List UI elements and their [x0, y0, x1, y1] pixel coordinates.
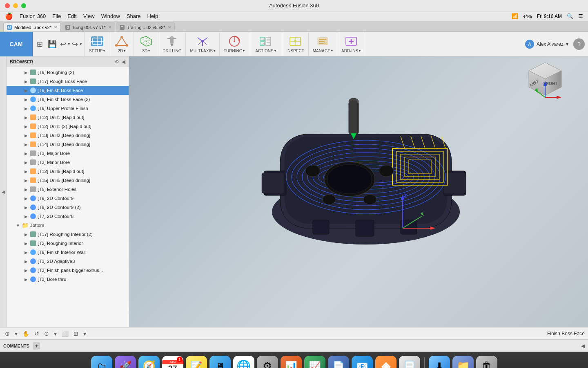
save-icon[interactable]: 💾 [48, 40, 57, 49]
dock-launchpad[interactable]: 🚀 [115, 356, 136, 368]
menu-edit[interactable]: Edit [67, 13, 76, 19]
bt-grid-dropdown-icon[interactable]: ▾ [82, 330, 88, 338]
tree-item-drill2[interactable]: ▶ [T13] Drill2 [Deep drilling] [7, 131, 129, 140]
bt-pan-icon[interactable]: ✋ [21, 330, 31, 338]
bt-cursor-icon[interactable]: ⊕ [3, 330, 11, 338]
redo-button[interactable]: ↪ [72, 40, 78, 49]
tree-item-drill1-2[interactable]: ▶ [T12] Drill1 (2) [Rapid out] [7, 122, 129, 131]
tree-item-roughint2[interactable]: ▶ [T17] Roughing Interior (2) [7, 230, 129, 239]
dock-trash[interactable]: 🗑 [476, 356, 497, 368]
control-icon[interactable]: ☰ [578, 13, 583, 19]
dock-safari[interactable]: 🧭 [138, 356, 160, 368]
menu-file[interactable]: File [52, 13, 61, 19]
orientation-cube[interactable]: FRONT LEFT Z [523, 61, 568, 107]
dock-finder[interactable]: 🗂 [91, 356, 112, 368]
cam-button[interactable]: CAM [0, 32, 33, 56]
bt-orbit-icon[interactable]: ↺ [33, 330, 41, 338]
comments-expand-icon[interactable]: ◀ [581, 343, 585, 349]
dock-outlook[interactable]: 📧 [352, 356, 373, 368]
dock-systemprefs[interactable]: ⚙ [257, 356, 278, 368]
tab-close-2[interactable]: ✕ [168, 25, 171, 29]
tree-item-drill1[interactable]: ▶ [T12] Drill1 [Rapid out] [7, 113, 129, 122]
tree-item-finishboss-selected[interactable]: ▶ [T9] Finish Boss Face [7, 86, 129, 95]
tree-item-roughboss[interactable]: ▶ [T17] Rough Boss Face [7, 77, 129, 86]
toolbar-drilling[interactable]: DRILLING [158, 32, 186, 56]
toolbar-2d[interactable]: 2D ▾ [109, 32, 134, 56]
tree-item-roughint[interactable]: ▶ [T2] Roughing Interior [7, 239, 129, 248]
menu-window[interactable]: Window [101, 13, 120, 19]
tree-item-bottom-group[interactable]: ▼ 📁 Bottom [7, 221, 129, 230]
browser-header: BROWSER ⚙ ◀ [7, 56, 129, 67]
toolbar-addins[interactable]: ADD-INS ▾ [337, 32, 365, 56]
toolbar: CAM ⊞ 💾 ↩ ▾ ↪ ▾ SETUP ▾ [0, 32, 588, 56]
toolbar-3d[interactable]: 3D ▾ [134, 32, 158, 56]
dock-calendar[interactable]: JAN 27 1 [162, 356, 183, 368]
bt-view-icon[interactable]: ⬜ [60, 330, 70, 338]
tree-item-finishpass[interactable]: ▶ [T3] Finish pass bigger extrus... [7, 266, 129, 275]
tree-item-contour9-2[interactable]: ▶ [T9] 2D Contour9 (2) [7, 203, 129, 212]
tree-item-finishboss2[interactable]: ▶ [T9] Finish Boss Face (2) [7, 95, 129, 104]
svg-rect-37 [443, 173, 466, 193]
toolbar-multiaxis[interactable]: MULTI-AXIS ▾ [186, 32, 219, 56]
toolbar-setup[interactable]: SETUP ▾ [85, 32, 109, 56]
menu-view[interactable]: View [83, 13, 95, 19]
toolbar-actions[interactable]: G1 G2 ACTIONS ▾ [249, 32, 282, 56]
tree-item-finishwall[interactable]: ▶ [T9] Finish Interior Wall [7, 248, 129, 257]
panel-toggle[interactable]: ◀ [0, 56, 7, 327]
dock-icloud[interactable]: ⬇ [429, 356, 450, 368]
dock-powerpoint[interactable]: 📊 [281, 356, 302, 368]
toolbar-manage[interactable]: % MANAGE ▾ [309, 32, 337, 56]
tree-op-icon [29, 267, 37, 274]
dock-notes[interactable]: 📝 [186, 356, 207, 368]
dock-excel[interactable]: 📈 [304, 356, 325, 368]
tab-0[interactable]: M Modified...rbox v2* ✕ [3, 22, 61, 31]
tree-item-contour9[interactable]: ▶ [T9] 2D Contour9 [7, 194, 129, 203]
user-dropdown-icon: ▾ [566, 41, 568, 47]
tree-item-drill3[interactable]: ▶ [T14] Drill3 [Deep drilling] [7, 140, 129, 149]
tab-close-1[interactable]: ✕ [108, 25, 111, 29]
bt-grid-icon[interactable]: ⊞ [72, 330, 80, 338]
tab-close-0[interactable]: ✕ [54, 25, 57, 29]
bt-zoom-icon[interactable]: ⊙ [42, 330, 51, 338]
tree-item-adaptive3[interactable]: ▶ [T3] 2D Adaptive3 [7, 257, 129, 266]
tree-item-majorbore[interactable]: ▶ [T3] Major Bore [7, 149, 129, 158]
add-comment-button[interactable]: + [33, 342, 40, 350]
tree-item-exteriorrholes[interactable]: ▶ [T5] Exterior Holes [7, 185, 129, 194]
user-info[interactable]: A Alex Alvarez ▾ [520, 40, 573, 49]
tab-1[interactable]: B Bung 001 v7 v1* ✕ [62, 22, 115, 31]
tree-item-minorbore[interactable]: ▶ [T3] Minor Bore [7, 158, 129, 167]
bt-zoom-dropdown-icon[interactable]: ▾ [52, 330, 58, 338]
tree-arrow: ▶ [23, 196, 29, 201]
tree-item-roughing2[interactable]: ▶ [T9] Roughing (2) [7, 68, 129, 77]
grid-icon[interactable]: ⊞ [37, 40, 43, 49]
browser-collapse-icon[interactable]: ◀ [122, 59, 125, 65]
tab-2[interactable]: T Trailing ...02 v5 v2* ✕ [116, 22, 175, 31]
tree-item-upperprofile[interactable]: ▶ [T9] Upper Profile Finish [7, 104, 129, 113]
minimize-button[interactable] [13, 3, 18, 8]
search-icon[interactable]: 🔍 [567, 13, 573, 19]
dock-word[interactable]: 📄 [328, 356, 349, 368]
close-button[interactable] [5, 3, 10, 8]
dock-textedit[interactable]: 📃 [399, 356, 420, 368]
dock-screenshot[interactable]: 🖥 [209, 356, 231, 368]
maximize-button[interactable] [21, 3, 26, 8]
dock-folder[interactable]: 📁 [452, 356, 474, 368]
tree-item-contour8[interactable]: ▶ [T7] 2D Contour8 [7, 212, 129, 221]
tree-item-borethru[interactable]: ▶ [T3] Bore thru [7, 275, 129, 284]
menu-fusion360[interactable]: Fusion 360 [20, 13, 46, 19]
toolbar-inspect[interactable]: INSPECT [282, 32, 308, 56]
dock-chrome[interactable]: 🌐 [233, 356, 254, 368]
apple-menu[interactable]: 🍎 [5, 12, 13, 20]
tree-item-drill6[interactable]: ▶ [T12] Drill6 [Rapid out] [7, 167, 129, 176]
bt-dropdown-icon[interactable]: ▾ [13, 330, 19, 338]
menu-help[interactable]: Help [147, 13, 158, 19]
browser-settings-icon[interactable]: ⚙ [115, 59, 119, 65]
undo-button[interactable]: ↩ [60, 40, 66, 49]
toolbar-turning[interactable]: TURNING ▾ [220, 32, 249, 56]
menu-bar: 🍎 Fusion 360 File Edit View Window Share… [0, 11, 588, 21]
viewport[interactable]: Z [129, 56, 588, 327]
help-button[interactable]: ? [573, 38, 585, 50]
dock-fusion360[interactable]: ◈ [375, 356, 396, 368]
menu-share[interactable]: Share [127, 13, 141, 19]
tree-item-drill5[interactable]: ▶ [T15] Drill5 [Deep drilling] [7, 176, 129, 185]
